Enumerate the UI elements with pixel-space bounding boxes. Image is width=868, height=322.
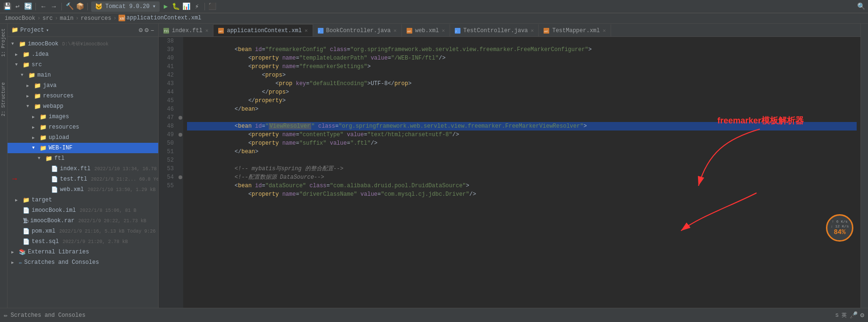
svg-text:xml: xml bbox=[119, 17, 125, 21]
line-num-42: 42 bbox=[159, 71, 178, 79]
code-content[interactable]: <bean id="freemarkerConfig" class="org.s… bbox=[183, 37, 860, 308]
line-num-39: 39 bbox=[159, 45, 178, 54]
tree-item-src[interactable]: ▼ 📁 src bbox=[8, 60, 158, 70]
svg-text:xml: xml bbox=[407, 30, 411, 33]
tab-webxml[interactable]: xml web.xml ✕ bbox=[402, 24, 450, 36]
run-config-selector[interactable]: 🐱 Tomcat 9.0.20 ▾ bbox=[91, 1, 160, 12]
java-tab-icon-2: J bbox=[455, 28, 460, 34]
tree-item-resources[interactable]: ▶ 📁 resources bbox=[8, 91, 158, 101]
arrow-images: ▶ bbox=[32, 114, 38, 120]
editor-gutter bbox=[178, 37, 183, 308]
folder-icon-main: 📁 bbox=[28, 72, 35, 79]
ftl-tab-icon-1: ftl bbox=[163, 28, 169, 34]
scratches-bottom-label[interactable]: Scratches and Consoles bbox=[10, 312, 85, 319]
code-line-45: </bean> bbox=[187, 96, 857, 105]
tree-item-webapp-resources[interactable]: ▶ 📁 resources bbox=[8, 122, 158, 132]
tree-item-target[interactable]: ▶ 📁 target bbox=[8, 195, 158, 205]
tab-close-testmapper[interactable]: ✕ bbox=[603, 27, 606, 34]
tree-item-iml[interactable]: 📄 imoocBook.iml 2022/1/8 15:06, 81 B bbox=[8, 205, 158, 216]
tree-item-webinf[interactable]: ▼ 📁 WEB-INF bbox=[8, 143, 158, 153]
right-panel-tabs bbox=[860, 24, 868, 308]
tab-close-testcontroller[interactable]: ✕ bbox=[531, 27, 534, 34]
tab-structure[interactable]: 2: Structure bbox=[0, 79, 7, 119]
arrow-imoocbook: ▼ bbox=[11, 42, 17, 46]
breadcrumb-sep-3: › bbox=[76, 15, 79, 22]
toolbar-icon-coverage[interactable]: 📊 bbox=[182, 2, 191, 11]
tree-item-external-libs[interactable]: ▶ 📚 External Libraries bbox=[8, 247, 158, 257]
tree-item-rar[interactable]: 🗜 imoocBook.rar 2022/1/9 20:22, 21.73 kB bbox=[8, 216, 158, 226]
tree-item-main[interactable]: ▼ 📁 main bbox=[8, 70, 158, 80]
arrow-ext-libs: ▶ bbox=[11, 250, 17, 255]
breadcrumb-sep-4: › bbox=[113, 15, 117, 22]
toolbar-icon-stop[interactable]: ⬛ bbox=[208, 2, 217, 11]
tree-item-sql[interactable]: 📄 test.sql 2022/1/9 21:20, 2.78 kB bbox=[8, 236, 158, 247]
tree-item-webxml[interactable]: 📄 web.xml 2022/1/10 13:50, 1.29 kB Mor bbox=[8, 184, 158, 195]
side-panel-title: 📁 Project ▾ bbox=[11, 26, 49, 34]
tree-item-test-ftl[interactable]: 📄 test.ftl 2022/1/8 21:2... 60.8 Yester … bbox=[8, 174, 158, 184]
arrow-java: ▶ bbox=[26, 83, 32, 88]
toolbar-icon-save[interactable]: 💾 bbox=[3, 2, 11, 11]
status-settings-bottom: ⚙ bbox=[860, 311, 864, 319]
status-mic: 🎤 bbox=[850, 311, 858, 319]
arrow-main: ▼ bbox=[21, 73, 26, 78]
toolbar-icon-deploy[interactable]: 📦 bbox=[76, 2, 84, 11]
tree-item-index-ftl[interactable]: 📄 index.ftl 2022/1/10 13:34, 16.78 kB bbox=[8, 164, 158, 174]
breadcrumb-item-1[interactable]: imoocBook bbox=[5, 15, 35, 22]
line-num-38: 38 bbox=[159, 37, 178, 45]
sync-icon[interactable]: ⚙ bbox=[139, 26, 143, 34]
xml-tab-icon-web: xml bbox=[407, 28, 412, 34]
line-num-45: 45 bbox=[159, 96, 178, 105]
minimize-icon[interactable]: – bbox=[151, 26, 154, 34]
tab-close-bookcontroller[interactable]: ✕ bbox=[393, 27, 397, 34]
tab-bookcontroller[interactable]: J BookController.java ✕ bbox=[313, 24, 402, 36]
settings-icon[interactable]: ⚙ bbox=[145, 26, 148, 34]
tree-item-idea[interactable]: ▶ 📁 .idea bbox=[8, 49, 158, 60]
arrow-webapp: ▼ bbox=[26, 104, 32, 109]
toolbar-icon-run[interactable]: ▶ bbox=[162, 2, 170, 11]
folder-icon: 📁 bbox=[11, 26, 18, 34]
toolbar-icon-forward[interactable]: → bbox=[50, 2, 58, 11]
toolbar-icon-profile[interactable]: ⚡ bbox=[193, 2, 201, 11]
tree-item-webapp[interactable]: ▼ 📁 webapp bbox=[8, 101, 158, 112]
side-panel: 📁 Project ▾ ⚙ ⚙ – ▼ 📁 imoocBook D:\考研¥im… bbox=[8, 24, 159, 308]
tree-item-imoocbook[interactable]: ▼ 📁 imoocBook D:\考研¥imoocBook bbox=[8, 39, 158, 49]
side-panel-actions: ⚙ ⚙ – bbox=[139, 26, 154, 34]
line-num-55: 55 bbox=[159, 182, 178, 190]
java-tab-icon-1: J bbox=[318, 28, 323, 34]
tab-testmapper[interactable]: xml TestMapper.xml ✕ bbox=[539, 24, 611, 36]
svg-text:ftl: ftl bbox=[164, 29, 169, 33]
toolbar-icon-search[interactable]: 🔍 bbox=[857, 2, 865, 11]
breadcrumb-item-2[interactable]: src bbox=[43, 15, 53, 22]
toolbar-icon-debug[interactable]: 🐛 bbox=[172, 2, 180, 11]
sql-file-icon: 📄 bbox=[23, 238, 30, 245]
tree-item-ftl[interactable]: ▼ 📁 ftl bbox=[8, 153, 158, 164]
code-line-51 bbox=[187, 148, 857, 156]
breadcrumb-item-3[interactable]: main bbox=[60, 15, 74, 22]
toolbar-icon-build[interactable]: 🔨 bbox=[65, 2, 74, 11]
tab-close-appcontext[interactable]: ✕ bbox=[305, 27, 308, 34]
tomcat-icon: 🐱 bbox=[95, 3, 102, 10]
toolbar-icon-back[interactable]: ← bbox=[39, 2, 48, 11]
toolbar-icon-revert[interactable]: ↩ bbox=[13, 2, 22, 11]
folder-icon-target: 📁 bbox=[23, 197, 30, 204]
tree-item-upload[interactable]: ▶ 📁 upload bbox=[8, 132, 158, 143]
tab-project[interactable]: 1: Project bbox=[0, 26, 7, 60]
ext-libs-icon: 📚 bbox=[19, 249, 26, 256]
folder-icon-webapp: 📁 bbox=[34, 103, 41, 110]
breadcrumb-item-current[interactable]: xml applicationContext.xml bbox=[119, 15, 201, 21]
tree-item-scratches[interactable]: ▶ ✏ Scratches and Consoles bbox=[8, 257, 158, 268]
arrow-upload: ▶ bbox=[32, 135, 38, 140]
tab-testcontroller[interactable]: J TestController.java ✕ bbox=[450, 24, 539, 36]
tree-item-java[interactable]: ▶ 📁 java bbox=[8, 80, 158, 91]
tree-item-pom[interactable]: 📄 pom.xml 2022/1/9 21:16, 5.13 kB Today … bbox=[8, 226, 158, 236]
folder-icon-upload: 📁 bbox=[40, 134, 47, 141]
code-line-42: <prop key="defaultEncoding">UTF-8</prop> bbox=[187, 71, 857, 79]
breadcrumb-item-4[interactable]: resources bbox=[81, 15, 111, 22]
toolbar-icon-refresh[interactable]: 🔄 bbox=[24, 2, 32, 11]
tab-close-webxml[interactable]: ✕ bbox=[442, 27, 445, 34]
tree-item-images[interactable]: ▶ 📁 images bbox=[8, 112, 158, 122]
tab-close-index-ftl[interactable]: ✕ bbox=[205, 27, 209, 34]
tab-appcontext-xml[interactable]: xml applicationContext.xml ✕ bbox=[213, 24, 313, 36]
tab-index-ftl[interactable]: ftl index.ftl ✕ bbox=[159, 24, 213, 36]
svg-text:J: J bbox=[318, 30, 320, 33]
